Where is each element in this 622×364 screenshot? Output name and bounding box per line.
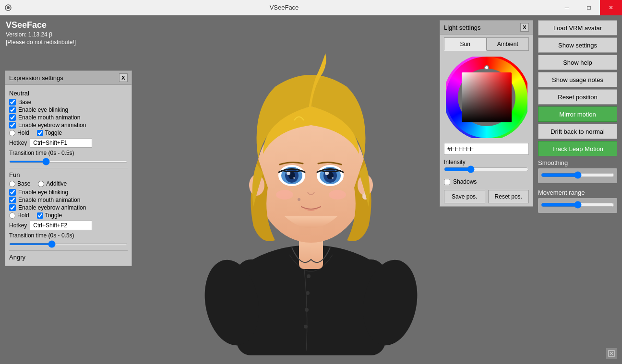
neutral-base-checkbox[interactable] xyxy=(9,99,16,106)
show-usage-notes-button[interactable]: Show usage notes xyxy=(538,72,617,87)
neutral-transition-slider-container xyxy=(9,156,128,165)
fun-toggle-checkbox[interactable] xyxy=(37,212,43,219)
fun-hold-item: Hold xyxy=(9,212,29,219)
fun-section-label: Fun xyxy=(9,171,128,178)
fun-mouth-row: Enable mouth animation xyxy=(9,197,128,203)
reset-pos-button[interactable]: Reset pos. xyxy=(488,190,529,203)
title-bar: VSeeFace ─ □ ✕ xyxy=(0,0,622,15)
fun-hold-radio[interactable] xyxy=(9,212,15,219)
svg-point-28 xyxy=(305,308,309,312)
neutral-toggle-label: Toggle xyxy=(45,129,62,136)
light-panel-close[interactable]: X xyxy=(520,23,529,32)
neutral-eyebrow-row: Enable eyebrow animation xyxy=(9,122,128,129)
neutral-hotkey-label: Hotkey xyxy=(9,140,27,146)
neutral-eyebrow-label: Enable eyebrow animation xyxy=(18,122,86,129)
svg-point-29 xyxy=(304,325,308,329)
intensity-slider-container xyxy=(440,165,533,176)
neutral-eye-label: Enable eye blinking xyxy=(18,106,68,113)
avatar-image xyxy=(179,24,443,355)
neutral-mouth-row: Enable mouth animation xyxy=(9,114,128,121)
save-pos-button[interactable]: Save pos. xyxy=(444,190,485,203)
neutral-eyebrow-checkbox[interactable] xyxy=(9,122,16,129)
expression-panel-close[interactable]: X xyxy=(119,73,128,82)
fun-eyebrow-label: Enable eyebrow animation xyxy=(18,204,86,211)
neutral-toggle-item: Toggle xyxy=(37,129,62,136)
color-picker-square-dark[interactable] xyxy=(462,72,512,122)
fun-mouth-label: Enable mouth animation xyxy=(18,197,80,203)
close-button[interactable]: ✕ xyxy=(600,0,622,15)
fun-hotkey-input[interactable] xyxy=(30,221,92,230)
load-vrm-button[interactable]: Load VRM avatar xyxy=(538,20,617,35)
color-wheel-wrapper[interactable] xyxy=(446,57,527,138)
light-tab-sun[interactable]: Sun xyxy=(444,37,487,51)
save-reset-row: Save pos. Reset pos. xyxy=(440,187,533,206)
drift-back-button[interactable]: Drift back to normal xyxy=(538,124,617,139)
neutral-base-label: Base xyxy=(18,99,31,106)
neutral-hold-radio[interactable] xyxy=(9,130,15,136)
app-info-block: VSeeFace Version: 1.13.24 β [Please do n… xyxy=(6,20,76,46)
neutral-base-row: Base xyxy=(9,99,128,106)
neutral-transition-label: Transition time (0s - 0.5s) xyxy=(9,150,74,156)
expression-panel-header: Expression settings X xyxy=(5,71,132,85)
fun-base-radio[interactable] xyxy=(9,181,15,187)
neutral-hold-label: Hold xyxy=(17,129,29,136)
light-panel-title: Light settings xyxy=(444,24,481,31)
fun-eye-checkbox[interactable] xyxy=(9,189,16,196)
fun-eyebrow-checkbox[interactable] xyxy=(9,204,16,211)
fun-toggle-label: Toggle xyxy=(45,212,62,219)
bottom-right-icon[interactable] xyxy=(606,348,617,359)
maximize-button[interactable]: □ xyxy=(578,0,600,15)
fun-transition-row: Transition time (0s - 0.5s) xyxy=(9,232,128,247)
fun-base-label: Base xyxy=(17,180,30,187)
show-settings-button[interactable]: Show settings xyxy=(538,37,617,53)
fun-eyebrow-row: Enable eyebrow animation xyxy=(9,204,128,211)
app-icon xyxy=(4,3,12,12)
app-version-line2: [Please do not redistribute!] xyxy=(6,39,76,46)
show-help-button[interactable]: Show help xyxy=(538,55,617,70)
track-leap-motion-button[interactable]: Track Leap Motion xyxy=(538,141,617,156)
fun-transition-label: Transition time (0s - 0.5s) xyxy=(9,232,74,239)
app-version-line1: Version: 1.13.24 β xyxy=(6,31,76,38)
light-panel-header: Light settings X xyxy=(440,21,533,35)
fun-mouth-checkbox[interactable] xyxy=(9,197,16,203)
minimize-button[interactable]: ─ xyxy=(556,0,578,15)
intensity-slider[interactable] xyxy=(444,165,529,173)
expression-settings-panel: Expression settings X Neutral Base Enabl… xyxy=(5,70,132,266)
color-hex-input[interactable]: #FFFFFF xyxy=(444,143,529,155)
neutral-hold-toggle-row: Hold Toggle xyxy=(9,129,128,136)
fun-transition-slider[interactable] xyxy=(9,243,128,245)
neutral-mouth-checkbox[interactable] xyxy=(9,114,16,121)
neutral-hold-item: Hold xyxy=(9,129,29,136)
movement-range-slider[interactable] xyxy=(541,201,614,209)
svg-point-26 xyxy=(307,274,311,278)
smoothing-slider[interactable] xyxy=(541,171,614,179)
shadows-label: Shadows xyxy=(453,178,477,185)
neutral-transition-row: Transition time (0s - 0.5s) xyxy=(9,150,128,165)
svg-point-21 xyxy=(329,190,346,200)
fun-eye-row: Enable eye blinking xyxy=(9,189,128,196)
svg-point-13 xyxy=(293,177,295,179)
expression-panel-title: Expression settings xyxy=(9,74,63,82)
neutral-hotkey-input[interactable] xyxy=(30,138,92,148)
neutral-toggle-checkbox[interactable] xyxy=(37,130,43,136)
shadows-checkbox[interactable] xyxy=(444,179,450,185)
svg-point-25 xyxy=(298,198,300,201)
section-divider-2 xyxy=(9,250,128,251)
neutral-eye-checkbox[interactable] xyxy=(9,106,16,113)
neutral-eye-row: Enable eye blinking xyxy=(9,106,128,113)
neutral-transition-slider[interactable] xyxy=(9,161,128,163)
fun-hold-toggle-row: Hold Toggle xyxy=(9,212,128,219)
shadows-row: Shadows xyxy=(440,176,533,187)
color-wheel-indicator xyxy=(484,65,489,70)
fun-additive-radio[interactable] xyxy=(38,181,44,187)
fun-hotkey-label: Hotkey xyxy=(9,222,27,229)
main-content: VSeeFace Version: 1.13.24 β [Please do n… xyxy=(0,15,622,364)
svg-point-19 xyxy=(332,177,334,179)
mirror-motion-button[interactable]: Mirror motion xyxy=(538,106,617,122)
fun-base-additive-row: Base Additive xyxy=(9,180,128,187)
light-tab-ambient[interactable]: Ambient xyxy=(487,37,529,51)
reset-position-button[interactable]: Reset position xyxy=(538,89,617,105)
svg-rect-3 xyxy=(237,259,385,355)
smoothing-slider-container xyxy=(538,168,617,183)
light-tab-row: Sun Ambient xyxy=(444,37,529,51)
